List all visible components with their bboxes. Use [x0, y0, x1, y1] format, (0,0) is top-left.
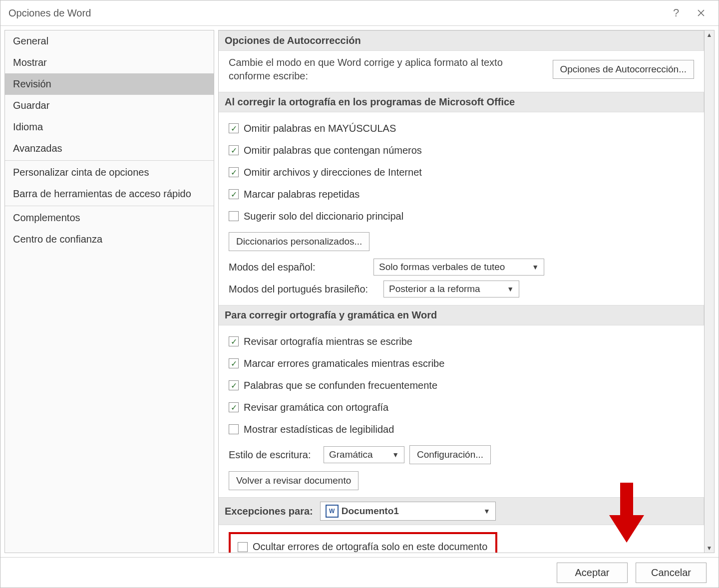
section-office-spell-title: Al corregir la ortografía en los program… [225, 96, 515, 108]
spanish-modes-select[interactable]: Solo formas verbales de tuteo ▼ [373, 259, 544, 276]
autocorrect-description: Cambie el modo en que Word corrige y apl… [229, 56, 503, 83]
ok-button[interactable]: Aceptar [557, 563, 628, 583]
section-office-spell-header: Al corregir la ortografía en los program… [219, 92, 704, 112]
sidebar-item-general[interactable]: General [5, 30, 214, 52]
checkbox-grammar-as-type[interactable] [229, 358, 239, 368]
sidebar-item-mostrar[interactable]: Mostrar [5, 52, 214, 73]
close-button[interactable] [689, 0, 714, 25]
checkbox-flag-repeated[interactable] [229, 189, 239, 199]
checkbox-omit-urls[interactable] [229, 167, 239, 177]
label-confused-words[interactable]: Palabras que se confunden frecuentemente [244, 380, 437, 391]
checkbox-omit-numbers[interactable] [229, 145, 239, 155]
exceptions-body: Ocultar errores de ortografía solo en es… [219, 525, 704, 553]
section-exceptions-title: Excepciones para: [225, 506, 313, 517]
portuguese-modes-select[interactable]: Posterior a la reforma ▼ [383, 281, 519, 297]
section-word-spell-header: Para corregir ortografía y gramática en … [219, 305, 704, 325]
recheck-document-label: Volver a revisar documento [236, 475, 351, 486]
checkbox-suggest-main-dict[interactable] [229, 211, 239, 221]
writing-style-label: Estilo de escritura: [229, 449, 319, 461]
section-word-spell-title: Para corregir ortografía y gramática en … [225, 309, 437, 321]
checkbox-confused-words[interactable] [229, 380, 239, 390]
checkbox-hide-spell-errors[interactable] [238, 542, 248, 552]
main-panel: Opciones de Autocorrección Cambie el mod… [218, 30, 705, 553]
section-autocorrect-title: Opciones de Autocorrección [225, 35, 361, 46]
label-spell-as-type[interactable]: Revisar ortografía mientras se escribe [244, 336, 412, 347]
label-grammar-with-spell[interactable]: Revisar gramática con ortografía [244, 402, 388, 413]
label-omit-urls[interactable]: Omitir archivos y direcciones de Interne… [244, 167, 422, 178]
scroll-up-button[interactable]: ▲ [705, 30, 714, 39]
cancel-button-label: Cancelar [651, 567, 691, 579]
cancel-button[interactable]: Cancelar [636, 563, 707, 583]
sidebar-item-idioma[interactable]: Idioma [5, 116, 214, 138]
portuguese-modes-label: Modos del portugués brasileño: [229, 284, 378, 295]
word-document-icon: W [326, 505, 339, 518]
sidebar-item-personalizar-cinta[interactable]: Personalizar cinta de opciones [5, 162, 214, 183]
chevron-down-icon: ▼ [507, 285, 514, 293]
checkbox-readability-stats[interactable] [229, 424, 239, 434]
custom-dictionaries-button[interactable]: Diccionarios personalizados... [229, 232, 369, 251]
chevron-down-icon: ▼ [532, 263, 539, 271]
checkbox-omit-uppercase[interactable] [229, 123, 239, 133]
label-flag-repeated[interactable]: Marcar palabras repetidas [244, 189, 360, 200]
sidebar-item-avanzadas[interactable]: Avanzadas [5, 138, 214, 159]
checkbox-grammar-with-spell[interactable] [229, 402, 239, 412]
scroll-down-button[interactable]: ▼ [705, 544, 714, 553]
custom-dictionaries-label: Diccionarios personalizados... [236, 236, 362, 247]
sidebar-item-revision[interactable]: Revisión [5, 73, 214, 95]
label-readability-stats[interactable]: Mostrar estadísticas de legibilidad [244, 424, 394, 435]
writing-style-settings-button[interactable]: Configuración... [409, 445, 491, 464]
chevron-down-icon: ▼ [392, 451, 399, 459]
sidebar-item-barra-acceso-rapido[interactable]: Barra de herramientas de acceso rápido [5, 183, 214, 205]
sidebar-item-guardar[interactable]: Guardar [5, 95, 214, 116]
chevron-down-icon: ▼ [483, 507, 490, 515]
autocorrect-options-button-label: Opciones de Autocorrección... [560, 64, 687, 75]
label-omit-numbers[interactable]: Omitir palabras que contengan números [244, 145, 422, 156]
label-omit-uppercase[interactable]: Omitir palabras en MAYÚSCULAS [244, 123, 396, 134]
section-autocorrect-header: Opciones de Autocorrección [219, 30, 704, 51]
help-button[interactable]: ? [664, 0, 689, 25]
dialog-footer: Aceptar Cancelar [0, 557, 719, 588]
ok-button-label: Aceptar [575, 567, 610, 579]
label-hide-spell-errors[interactable]: Ocultar errores de ortografía solo en es… [253, 541, 487, 553]
highlight-box: Ocultar errores de ortografía solo en es… [229, 532, 497, 553]
sidebar-separator [5, 206, 214, 206]
exceptions-document-select[interactable]: W Documento1 ▼ [320, 502, 496, 521]
titlebar: Opciones de Word ? [0, 0, 719, 26]
dialog-title: Opciones de Word [8, 7, 664, 19]
writing-style-settings-label: Configuración... [417, 449, 483, 460]
spanish-modes-value: Solo formas verbales de tuteo [379, 262, 505, 273]
label-grammar-as-type[interactable]: Marcar errores gramaticales mientras esc… [244, 358, 444, 369]
vertical-scrollbar[interactable]: ▲ ▼ [705, 30, 715, 553]
writing-style-value: Gramática [329, 449, 373, 460]
close-icon [697, 9, 705, 17]
category-sidebar: General Mostrar Revisión Guardar Idioma … [4, 30, 214, 553]
recheck-document-button[interactable]: Volver a revisar documento [229, 471, 359, 490]
writing-style-select[interactable]: Gramática ▼ [324, 446, 404, 463]
portuguese-modes-value: Posterior a la reforma [389, 284, 480, 294]
sidebar-separator [5, 160, 214, 161]
section-exceptions-header: Excepciones para: W Documento1 ▼ [219, 497, 704, 525]
sidebar-item-centro-confianza[interactable]: Centro de confianza [5, 229, 214, 250]
autocorrect-options-button[interactable]: Opciones de Autocorrección... [553, 60, 694, 79]
sidebar-item-complementos[interactable]: Complementos [5, 207, 214, 229]
word-options-dialog: Opciones de Word ? General Mostrar Revis… [0, 0, 719, 588]
checkbox-spell-as-type[interactable] [229, 336, 239, 346]
spanish-modes-label: Modos del español: [229, 262, 368, 273]
exceptions-document-value: Documento1 [342, 506, 399, 517]
label-suggest-main-dict[interactable]: Sugerir solo del diccionario principal [244, 211, 403, 222]
